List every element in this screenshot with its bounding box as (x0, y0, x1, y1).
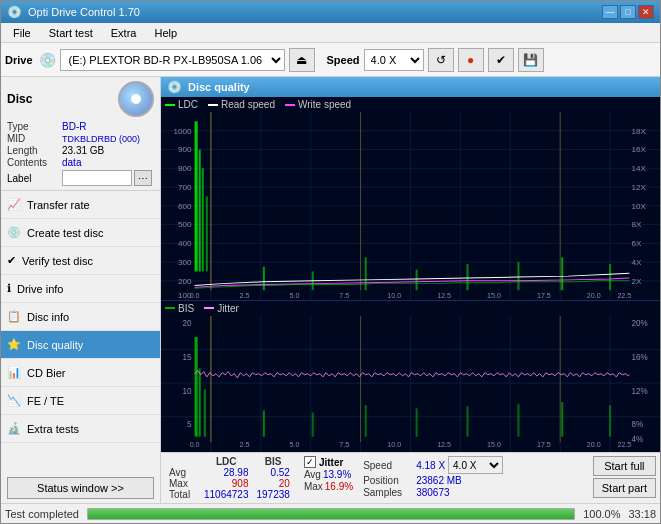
svg-rect-54 (206, 196, 208, 271)
avg-ldc-value: 28.98 (200, 467, 253, 478)
position-row: Position 23862 MB (363, 475, 503, 486)
svg-rect-53 (202, 168, 204, 271)
max-label: Max (165, 478, 200, 489)
svg-rect-57 (365, 257, 367, 290)
svg-text:22.5: 22.5 (617, 440, 631, 449)
app-window: 💿 Opti Drive Control 1.70 — □ ✕ File Sta… (0, 0, 661, 524)
sidebar-item-label-transfer-rate: Transfer rate (27, 199, 90, 211)
sidebar-item-extra-tests[interactable]: 🔬 Extra tests (1, 415, 160, 443)
disc-length-label: Length (7, 145, 62, 156)
sidebar-item-drive-info[interactable]: ℹ Drive info (1, 275, 160, 303)
legend-jitter: Jitter (204, 303, 239, 314)
svg-text:12X: 12X (631, 183, 646, 192)
panel-header: 💿 Disc quality (161, 77, 660, 97)
sidebar: Disc Type BD-R MID TDKBLDRBD (000) Lengt… (1, 77, 161, 503)
svg-text:5.0: 5.0 (289, 440, 299, 449)
status-text: Test completed (5, 508, 79, 520)
verify-button[interactable]: ✔ (488, 48, 514, 72)
svg-text:10: 10 (182, 386, 191, 395)
status-window-button[interactable]: Status window >> (7, 477, 154, 499)
disc-label-row: Label ⋯ (7, 170, 154, 186)
minimize-button[interactable]: — (602, 5, 618, 19)
svg-rect-106 (517, 404, 519, 437)
sidebar-item-disc-info[interactable]: 📋 Disc info (1, 303, 160, 331)
disc-header: Disc (7, 81, 154, 117)
svg-text:7.5: 7.5 (339, 292, 349, 299)
disc-title: Disc (7, 92, 32, 106)
refresh-button[interactable]: ↺ (428, 48, 454, 72)
start-full-button[interactable]: Start full (593, 456, 656, 476)
disc-contents-label: Contents (7, 157, 62, 168)
stats-header-row: LDC BIS (165, 456, 294, 467)
disc-label-input[interactable] (62, 170, 132, 186)
speed-row-value: 4.18 X (416, 460, 445, 471)
disc-length-value: 23.31 GB (62, 145, 104, 156)
svg-rect-61 (561, 257, 563, 290)
svg-rect-104 (416, 408, 418, 436)
write-speed-legend-label: Write speed (298, 99, 351, 110)
stats-avg-row: Avg 28.98 0.52 (165, 467, 294, 478)
ldc-legend-color (165, 104, 175, 106)
jitter-max-value: 16.9% (325, 481, 353, 492)
disc-mid-label: MID (7, 133, 62, 144)
save-button[interactable]: 💾 (518, 48, 544, 72)
disc-mid-value: TDKBLDRBD (000) (62, 134, 140, 144)
sidebar-item-label-verify-test-disc: Verify test disc (22, 255, 93, 267)
burn-button[interactable]: ● (458, 48, 484, 72)
jitter-max-label: Max (304, 481, 323, 492)
content-panel: 💿 Disc quality LDC Read speed (161, 77, 660, 503)
menu-start-test[interactable]: Start test (41, 25, 101, 41)
eject-button[interactable]: ⏏ (289, 48, 315, 72)
speed-select[interactable]: 4.0 X (364, 49, 424, 71)
sidebar-item-label-create-test-disc: Create test disc (27, 227, 103, 239)
bis-legend-label: BIS (178, 303, 194, 314)
svg-text:12.5: 12.5 (437, 440, 451, 449)
max-bis-value: 20 (253, 478, 294, 489)
disc-label-browse-btn[interactable]: ⋯ (134, 170, 152, 186)
app-title: Opti Drive Control 1.70 (28, 6, 140, 18)
drive-info-icon: ℹ (7, 282, 11, 295)
verify-test-disc-icon: ✔ (7, 254, 16, 267)
svg-text:2X: 2X (631, 277, 642, 286)
jitter-header: ✓ Jitter (304, 456, 353, 468)
maximize-button[interactable]: □ (620, 5, 636, 19)
sidebar-item-transfer-rate[interactable]: 📈 Transfer rate (1, 191, 160, 219)
samples-row: Samples 380673 (363, 487, 503, 498)
read-speed-legend-color (208, 104, 218, 106)
samples-value: 380673 (416, 487, 449, 498)
svg-text:10X: 10X (631, 202, 646, 211)
sidebar-item-label-extra-tests: Extra tests (27, 423, 79, 435)
cd-bier-icon: 📊 (7, 366, 21, 379)
lower-chart-svg: 20 15 10 5 20% 16% 12% 8% 4% (161, 316, 660, 452)
elapsed-time: 33:18 (628, 508, 656, 520)
menu-extra[interactable]: Extra (103, 25, 145, 41)
svg-text:0.0: 0.0 (190, 292, 200, 299)
avg-label: Avg (165, 467, 200, 478)
close-button[interactable]: ✕ (638, 5, 654, 19)
start-part-button[interactable]: Start part (593, 478, 656, 498)
svg-text:20: 20 (182, 319, 191, 328)
jitter-section: ✓ Jitter Avg 13.9% Max 16.9% (304, 456, 353, 492)
avg-bis-value: 0.52 (253, 467, 294, 478)
drive-select[interactable]: (E:) PLEXTOR BD-R PX-LB950SA 1.06 (60, 49, 285, 71)
menu-file[interactable]: File (5, 25, 39, 41)
disc-info-icon: 📋 (7, 310, 21, 323)
svg-text:15.0: 15.0 (487, 292, 501, 299)
sidebar-item-disc-quality[interactable]: ⭐ Disc quality (1, 331, 160, 359)
sidebar-item-cd-bier[interactable]: 📊 CD Bier (1, 359, 160, 387)
speed-row-select[interactable]: 4.0 X (448, 456, 503, 474)
sidebar-item-fe-te[interactable]: 📉 FE / TE (1, 387, 160, 415)
menu-bar: File Start test Extra Help (1, 23, 660, 43)
total-bis-value: 197238 (253, 489, 294, 500)
sidebar-item-create-test-disc[interactable]: 💿 Create test disc (1, 219, 160, 247)
sidebar-item-verify-test-disc[interactable]: ✔ Verify test disc (1, 247, 160, 275)
svg-text:20%: 20% (631, 319, 648, 328)
main-area: Disc Type BD-R MID TDKBLDRBD (000) Lengt… (1, 77, 660, 503)
svg-text:600: 600 (178, 202, 192, 211)
speed-row-label: Speed (363, 460, 413, 471)
menu-help[interactable]: Help (146, 25, 185, 41)
svg-text:400: 400 (178, 239, 192, 248)
disc-contents-row: Contents data (7, 157, 154, 168)
legend-bis: BIS (165, 303, 194, 314)
jitter-checkbox[interactable]: ✓ (304, 456, 316, 468)
